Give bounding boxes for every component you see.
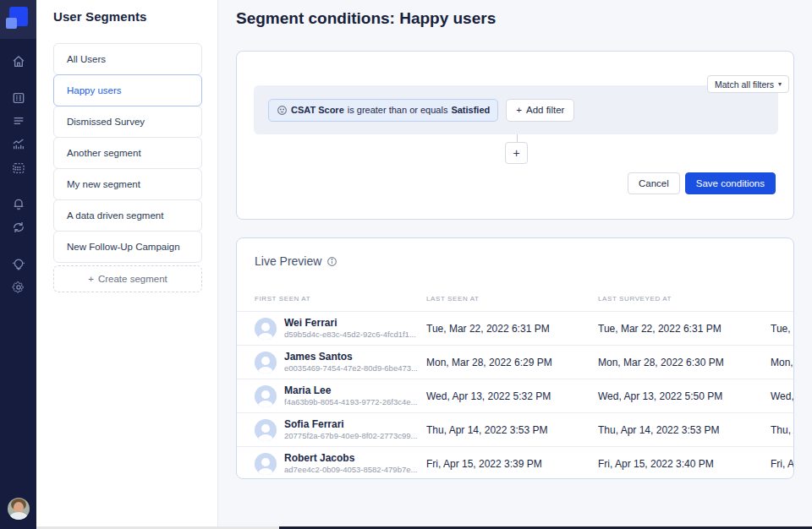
user-avatar-icon	[255, 352, 277, 374]
column-header-last-surveyed: Last surveyed at	[598, 295, 771, 303]
user-id: e0035469-7454-47e2-80d9-6be473...	[284, 363, 418, 374]
preview-table-body: Wei Ferrari d59b5d4c-e83c-45d2-92c6-4fcd…	[237, 311, 794, 479]
user-avatar-icon	[255, 419, 277, 441]
main-content: Segment conditions: Happy users Match al…	[218, 0, 812, 529]
user-cell: Sofia Ferrari 20775f2a-67b9-40e9-8f02-27…	[237, 418, 426, 441]
plus-icon: +	[516, 105, 522, 115]
last-seen-value: Tue, Mar 22, 2022 6:31 PM	[598, 323, 771, 335]
last-surveyed-value: Fri, Apr 15, 2022 3:40 PM	[771, 458, 794, 470]
chart-icon[interactable]	[11, 137, 25, 151]
table-row[interactable]: Sofia Ferrari 20775f2a-67b9-40e9-8f02-27…	[237, 412, 794, 446]
chevron-down-icon: ▾	[778, 80, 782, 88]
first-seen-value: Wed, Apr 13, 2022 5:32 PM	[426, 390, 598, 402]
app-window: User Segments All Users Happy users Dism…	[0, 0, 812, 529]
table-row[interactable]: Robert Jacobs ad7ee4c2-0b09-4053-8582-47…	[237, 446, 794, 479]
live-preview-title: Live Preview	[255, 254, 337, 268]
user-cell: Maria Lee f4a63b9b-8054-4193-9772-26f3c4…	[237, 384, 426, 407]
user-cell: James Santos e0035469-7454-47e2-80d9-6be…	[237, 351, 426, 374]
user-avatar-icon	[255, 318, 277, 340]
segment-item-happy-users[interactable]: Happy users	[53, 74, 202, 106]
sync-icon[interactable]	[11, 220, 25, 234]
logo-square-small	[6, 18, 17, 29]
segment-item-follow-up[interactable]: New Follow-Up Campaign	[53, 231, 202, 263]
first-seen-value: Tue, Mar 22, 2022 6:31 PM	[426, 323, 598, 335]
filter-operator: is greater than or equals	[348, 105, 448, 115]
user-name: Wei Ferrari	[284, 317, 416, 330]
user-avatar-icon	[255, 385, 277, 407]
table-row[interactable]: Wei Ferrari d59b5d4c-e83c-45d2-92c6-4fcd…	[237, 311, 794, 345]
user-id: 20775f2a-67b9-40e9-8f02-2773c99...	[284, 431, 417, 441]
segment-list: All Users Happy users Dismissed Survey A…	[53, 44, 202, 292]
column-header-last-seen: Last seen at	[426, 295, 598, 303]
preview-table-header: First seen at Last seen at Last surveyed…	[237, 286, 794, 311]
live-preview-card: Live Preview First seen at Last seen at …	[236, 237, 794, 479]
segment-item-another-segment[interactable]: Another segment	[53, 137, 202, 169]
cancel-button[interactable]: Cancel	[628, 172, 680, 194]
user-id: f4a63b9b-8054-4193-9772-26f3c4e...	[284, 397, 417, 407]
first-seen-value: Mon, Mar 28, 2022 6:29 PM	[426, 357, 598, 368]
user-name: James Santos	[284, 351, 418, 363]
filter-field: CSAT Score	[291, 105, 344, 115]
add-condition-group-button[interactable]: +	[505, 142, 528, 164]
page-title: Segment conditions: Happy users	[236, 9, 496, 28]
first-seen-value: Thu, Apr 14, 2022 3:53 PM	[426, 424, 598, 436]
last-surveyed-value: Wed, Apr 13, 2022 5:50 PM	[771, 390, 794, 402]
column-header-first-seen: First seen at	[237, 295, 426, 303]
user-id: ad7ee4c2-0b09-4053-8582-479b7e...	[284, 465, 417, 475]
table-row[interactable]: James Santos e0035469-7454-47e2-80d9-6be…	[237, 345, 794, 379]
user-cell: Robert Jacobs ad7ee4c2-0b09-4053-8582-47…	[237, 452, 426, 475]
condition-connector-line	[517, 134, 518, 142]
user-name: Robert Jacobs	[284, 452, 417, 465]
last-surveyed-value: Mon, Mar 28, 2022 6:30 PM	[771, 357, 794, 368]
bulb-icon[interactable]	[11, 256, 25, 270]
match-filters-dropdown[interactable]: Match all filters ▾	[707, 75, 789, 93]
filter-condition-chip[interactable]: CSAT Score is greater than or equals Sat…	[268, 99, 498, 122]
plus-icon: +	[513, 146, 519, 160]
segments-panel: User Segments All Users Happy users Dism…	[36, 0, 218, 529]
filter-group: CSAT Score is greater than or equals Sat…	[254, 85, 778, 134]
table-row[interactable]: Maria Lee f4a63b9b-8054-4193-9772-26f3c4…	[237, 379, 794, 412]
filter-value: Satisfied	[451, 105, 490, 115]
conditions-card: Match all filters ▾ CSAT Score is greate…	[236, 51, 794, 220]
segment-item-my-new-segment[interactable]: My new segment	[53, 168, 202, 200]
screen-icon[interactable]	[11, 161, 25, 175]
segment-item-data-driven[interactable]: A data driven segment	[53, 199, 202, 232]
panel-title: User Segments	[53, 9, 147, 24]
plus-icon: +	[88, 274, 94, 284]
home-icon[interactable]	[11, 54, 25, 68]
last-seen-value: Thu, Apr 14, 2022 3:53 PM	[598, 424, 771, 436]
user-cell: Wei Ferrari d59b5d4c-e83c-45d2-92c6-4fcd…	[237, 317, 426, 340]
bell-icon[interactable]	[11, 196, 25, 210]
icon-rail	[0, 0, 36, 529]
first-seen-value: Fri, Apr 15, 2022 3:39 PM	[426, 458, 598, 470]
gear-icon[interactable]	[11, 280, 25, 294]
avatar-shirt	[9, 512, 28, 520]
condition-actions: Cancel Save conditions	[628, 172, 776, 194]
last-surveyed-value: Thu, Apr 14, 2022 3:53 PM	[771, 424, 794, 436]
last-surveyed-value: Tue, Mar 22, 2022 6:31 PM	[771, 323, 794, 335]
last-seen-value: Fri, Apr 15, 2022 3:40 PM	[598, 458, 771, 470]
user-name: Maria Lee	[284, 384, 417, 397]
user-avatar-icon	[255, 453, 277, 475]
last-seen-value: Mon, Mar 28, 2022 6:30 PM	[598, 357, 771, 368]
brand-logo[interactable]	[0, 0, 36, 39]
smiley-face-icon	[277, 105, 288, 116]
last-seen-value: Wed, Apr 13, 2022 5:50 PM	[598, 390, 771, 402]
segment-item-all-users[interactable]: All Users	[53, 43, 202, 75]
segment-item-dismissed-survey[interactable]: Dismissed Survey	[53, 106, 202, 138]
create-segment-button[interactable]: + Create segment	[53, 265, 202, 292]
add-filter-button[interactable]: + Add filter	[506, 99, 574, 122]
save-conditions-button[interactable]: Save conditions	[685, 172, 776, 194]
menu-icon[interactable]	[11, 113, 25, 128]
user-name: Sofia Ferrari	[284, 418, 417, 431]
table-icon[interactable]	[11, 90, 25, 105]
user-id: d59b5d4c-e83c-45d2-92c6-4fcd1f1...	[284, 330, 416, 340]
info-circle-icon[interactable]	[326, 256, 337, 267]
user-profile-photo[interactable]	[8, 498, 30, 520]
